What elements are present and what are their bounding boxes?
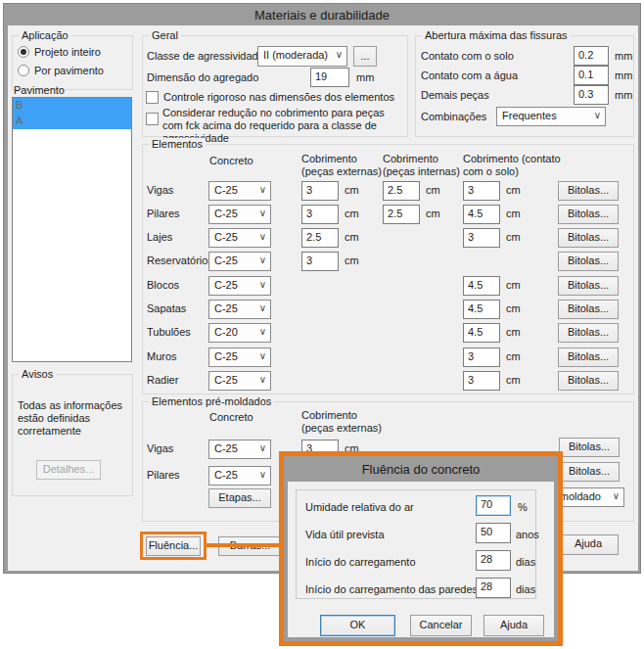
bitolas-button-lajes[interactable]: Bitolas...	[558, 228, 619, 248]
concreto-select-sapatas[interactable]: C-25∨	[208, 300, 271, 319]
cob-ext-lajes[interactable]: 2.5	[301, 228, 339, 248]
concreto-select-lajes[interactable]: C-25∨	[208, 228, 271, 248]
classe-agressividade-label: Classe de agressividade	[147, 50, 264, 63]
header-cobrimento-solo: Cobrimento (contato com o solo)	[463, 153, 567, 178]
chevron-down-icon: ∨	[594, 110, 601, 120]
concreto-select-pilares[interactable]: C-25∨	[208, 205, 271, 224]
pm-concreto-select-pilares[interactable]: C-25∨	[208, 466, 271, 486]
pm-concreto-select-vigas[interactable]: C-25∨	[208, 440, 271, 459]
vida-util-input[interactable]: 50	[476, 523, 511, 543]
row-label-reservatorios: Reservatórios	[147, 255, 213, 267]
dimensao-agregado-input[interactable]: 19	[310, 68, 349, 87]
concreto-select-tubuloes[interactable]: C-20∨	[208, 323, 271, 343]
controle-rigoroso-label[interactable]: Controle rigoroso nas dimensões dos elem…	[163, 91, 394, 104]
detalhes-button[interactable]: Detalhes...	[36, 460, 101, 480]
etapas-button[interactable]: Etapas...	[208, 488, 271, 508]
bitolas-button-muros[interactable]: Bitolas...	[558, 348, 619, 367]
concreto-select-radier[interactable]: C-25∨	[208, 371, 271, 391]
bitolas-button-pilares[interactable]: Bitolas...	[558, 205, 619, 224]
cob-solo-pilares[interactable]: 4.5	[463, 205, 500, 224]
classe-agressividade-select[interactable]: II (moderada) ∨	[257, 46, 347, 67]
cob-solo-tubuloes[interactable]: 4.5	[463, 323, 500, 343]
cob-ext-reservatorios[interactable]: 3	[301, 252, 339, 271]
list-item-pavimento[interactable]: A	[13, 114, 131, 129]
radio-projeto-inteiro[interactable]	[18, 46, 29, 58]
cob-ext-pilares[interactable]: 3	[301, 205, 339, 224]
bitolas-button-tubuloes[interactable]: Bitolas...	[558, 323, 619, 343]
bitolas-button-reservatorios[interactable]: Bitolas...	[558, 252, 619, 271]
combinacoes-select[interactable]: Frequentes ∨	[496, 107, 606, 126]
classe-agressividade-value: II (moderada)	[263, 49, 328, 61]
bitolas-button-vigas[interactable]: Bitolas...	[558, 181, 619, 201]
unit-label: cm	[345, 184, 359, 197]
group-elementos-legend: Elementos	[149, 138, 206, 150]
ajuda-dialog-button[interactable]: Ajuda	[483, 615, 544, 636]
umidade-label: Umidade relativa do ar	[305, 501, 414, 514]
ajuda-button[interactable]: Ajuda	[558, 534, 619, 555]
cob-int-pilares[interactable]: 2.5	[383, 205, 420, 224]
inicio-carregamento-input[interactable]: 28	[476, 550, 511, 571]
inicio-paredes-input[interactable]: 28	[476, 578, 511, 598]
inicio-paredes-unit: dias	[516, 583, 535, 596]
group-fissuras-legend: Abertura máxima das fissuras	[422, 29, 571, 41]
radio-por-pavimento[interactable]	[18, 65, 29, 76]
concreto-select-vigas[interactable]: C-25∨	[208, 181, 271, 201]
unit-label: cm	[506, 279, 521, 292]
group-aplicacao	[12, 35, 133, 90]
cob-solo-muros[interactable]: 3	[463, 348, 500, 367]
pavimento-listbox[interactable]: B A	[12, 97, 132, 362]
unit-label: cm	[426, 208, 440, 220]
umidade-input[interactable]: 70	[476, 495, 511, 516]
concreto-value: C-25	[214, 374, 238, 386]
cob-int-vigas[interactable]: 2.5	[383, 181, 420, 201]
fluencia-dialog-titlebar[interactable]: Fluência do concreto	[284, 456, 558, 482]
chevron-down-icon: ∨	[613, 490, 620, 501]
concreto-select-muros[interactable]: C-25∨	[208, 348, 271, 367]
unit-label: cm	[506, 350, 521, 363]
umidade-unit: %	[518, 501, 528, 514]
contato-agua-input[interactable]: 0.1	[574, 66, 609, 85]
unit-label: cm	[506, 208, 521, 220]
cob-solo-blocos[interactable]: 4.5	[463, 276, 500, 296]
pm-bitolas-button-pilares[interactable]: Bitolas...	[559, 462, 620, 482]
classe-more-button[interactable]: ...	[353, 46, 377, 67]
concreto-select-blocos[interactable]: C-25∨	[208, 276, 271, 296]
list-item-pavimento[interactable]: B	[13, 98, 131, 114]
unit-label: cm	[506, 302, 521, 315]
contato-solo-unit: mm	[615, 50, 632, 63]
cancelar-button[interactable]: Cancelar	[410, 615, 472, 636]
cob-solo-radier[interactable]: 3	[463, 371, 500, 391]
bitolas-button-sapatas[interactable]: Bitolas...	[558, 300, 619, 319]
unit-label: cm	[506, 374, 521, 387]
fluencia-connector-line	[207, 543, 285, 547]
vida-util-label: Vida útil prevista	[305, 529, 385, 541]
concreto-value: C-25	[214, 442, 238, 454]
cob-ext-vigas[interactable]: 3	[301, 181, 339, 201]
cob-solo-lajes[interactable]: 3	[463, 228, 500, 248]
unit-label: cm	[345, 231, 359, 244]
cob-solo-vigas[interactable]: 3	[463, 181, 500, 201]
chevron-down-icon: ∨	[259, 184, 266, 195]
row-label-tubuloes: Tubulões	[147, 326, 191, 339]
ok-button[interactable]: OK	[320, 615, 395, 636]
reducao-cobrimento-checkbox[interactable]	[146, 113, 159, 125]
bitolas-button-blocos[interactable]: Bitolas...	[558, 276, 619, 296]
row-label-pm-vigas: Vigas	[147, 442, 173, 455]
unit-label: cm	[506, 326, 521, 339]
pm-bitolas-button-vigas[interactable]: Bitolas...	[559, 438, 620, 457]
contato-solo-input[interactable]: 0.2	[574, 46, 609, 66]
contato-agua-label: Contato com a água	[421, 70, 518, 82]
row-label-muros: Muros	[147, 350, 177, 363]
bitolas-button-radier[interactable]: Bitolas...	[558, 371, 619, 391]
radio-projeto-inteiro-label[interactable]: Projeto inteiro	[34, 46, 101, 59]
controle-rigoroso-checkbox[interactable]	[146, 91, 159, 104]
row-label-sapatas: Sapatas	[147, 302, 186, 315]
demais-pecas-input[interactable]: 0.3	[574, 85, 609, 105]
dialog-titlebar[interactable]: Materiais e durabilidade	[4, 4, 640, 25]
chevron-down-icon: ∨	[259, 374, 266, 385]
cob-solo-sapatas[interactable]: 4.5	[463, 300, 500, 319]
chevron-down-icon: ∨	[336, 49, 343, 60]
radio-por-pavimento-label[interactable]: Por pavimento	[34, 65, 104, 77]
concreto-select-reservatorios[interactable]: C-25∨	[208, 252, 271, 271]
unit-label: cm	[426, 184, 440, 197]
